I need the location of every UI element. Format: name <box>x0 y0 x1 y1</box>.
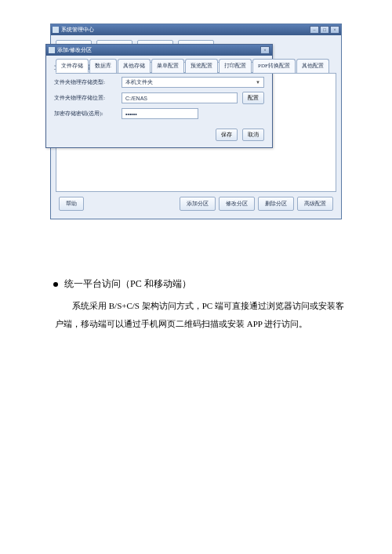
chevron-down-icon: ▼ <box>256 80 260 85</box>
bullet-icon <box>53 282 58 287</box>
tab-other-storage[interactable]: 其他存储 <box>118 59 151 73</box>
tab-pdf-config[interactable]: PDF转换配置 <box>252 59 296 73</box>
close-button[interactable]: × <box>330 26 339 34</box>
encryption-key-input[interactable] <box>122 108 198 119</box>
modal-close-button[interactable]: × <box>260 46 270 54</box>
storage-type-value: 本机文件夹 <box>125 78 153 86</box>
storage-type-label: 文件夹物理存储类型: <box>54 78 117 86</box>
tab-preview-config[interactable]: 预览配置 <box>185 59 218 73</box>
minimize-button[interactable]: – <box>310 26 319 34</box>
window-titlebar: 系统管理中心 – □ × <box>51 24 341 35</box>
add-partition-button[interactable]: 添加分区 <box>180 197 216 211</box>
modal-titlebar: 添加/修改分区 × <box>46 45 272 56</box>
storage-path-label: 文件夹物理存储位置: <box>54 94 117 102</box>
storage-path-input[interactable] <box>122 92 238 103</box>
article-paragraph: 系统采用 B/S+C/S 架构访问方式，PC 端可直接通过浏览器访问或安装客户端… <box>55 297 345 333</box>
save-button[interactable]: 保存 <box>216 129 238 141</box>
storage-type-select[interactable]: 本机文件夹 ▼ <box>122 77 264 88</box>
encryption-key-label: 加密存储密钥(选用): <box>54 110 117 118</box>
tab-file-storage[interactable]: 文件存储 <box>56 59 89 73</box>
bottom-button-row: 帮助 添加分区 修改分区 删除分区 高级配置 <box>56 192 336 214</box>
modal-title: 添加/修改分区 <box>57 46 92 54</box>
tab-menu-config[interactable]: 菜单配置 <box>151 59 184 73</box>
tab-other-config[interactable]: 其他配置 <box>296 59 329 73</box>
cancel-button[interactable]: 取消 <box>242 129 264 141</box>
modal-icon <box>49 47 55 53</box>
maximize-button[interactable]: □ <box>320 26 329 34</box>
app-icon <box>53 27 59 33</box>
article-section: 统一平台访问（PC 和移动端） 系统采用 B/S+C/S 架构访问方式，PC 端… <box>31 274 361 333</box>
tab-database[interactable]: 数据库 <box>89 59 117 73</box>
tab-print-config[interactable]: 打印配置 <box>219 59 252 73</box>
help-button[interactable]: 帮助 <box>59 197 84 211</box>
article-heading: 统一平台访问（PC 和移动端） <box>64 274 191 294</box>
configure-path-button[interactable]: 配置 <box>242 92 264 104</box>
edit-partition-button[interactable]: 修改分区 <box>219 197 255 211</box>
delete-partition-button[interactable]: 删除分区 <box>258 197 294 211</box>
window-title: 系统管理中心 <box>61 26 94 34</box>
tab-bar: 文件存储 数据库 其他存储 菜单配置 预览配置 打印配置 PDF转换配置 其他配… <box>56 59 336 74</box>
main-window: 系统管理中心 – □ × 系统状态 系统配置 导入导出 产品注册 文件存储 数据… <box>50 24 342 219</box>
advanced-config-button[interactable]: 高级配置 <box>297 197 333 211</box>
